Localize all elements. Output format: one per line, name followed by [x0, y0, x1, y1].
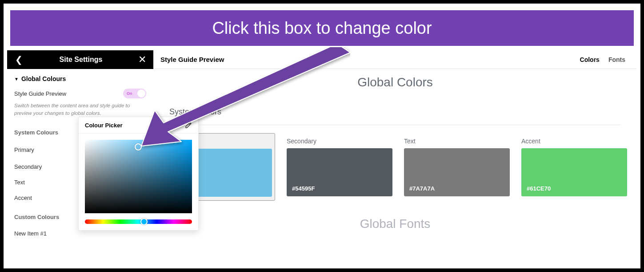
swatch-label-accent: Accent	[521, 133, 627, 148]
eyedropper-icon[interactable]	[185, 122, 192, 129]
divider	[169, 125, 621, 125]
system-colors-heading: System Colors	[169, 107, 637, 117]
hue-slider[interactable]	[85, 219, 192, 224]
swatch-block-text: #7A7A7A	[404, 148, 510, 196]
toggle-state-label: On	[127, 91, 132, 96]
primary-label: Primary	[14, 146, 34, 153]
swatch-card-accent[interactable]: Accent #61CE70	[521, 133, 627, 201]
picker-title: Colour Picker	[85, 122, 123, 129]
swatch-hex-secondary: #54595F	[292, 185, 315, 192]
swatch-card-text[interactable]: Text #7A7A7A	[404, 133, 510, 201]
undo-icon[interactable]	[160, 122, 167, 129]
global-colours-section[interactable]: ▼ Global Colours	[14, 75, 146, 82]
tab-fonts[interactable]: Fonts	[604, 56, 630, 63]
preview-hint: Switch between the content area and styl…	[14, 102, 139, 118]
swatch-block-secondary: #54595F	[287, 148, 392, 196]
section-label: Global Colours	[21, 75, 66, 82]
global-fonts-heading: Global Fonts	[153, 217, 637, 231]
swatch-hex-accent: #61CE70	[527, 185, 551, 192]
sidebar-title: Site Settings	[25, 56, 136, 64]
trash-icon[interactable]	[172, 122, 180, 129]
swatch-label-text: Text	[404, 133, 510, 148]
preview-toggle-label: Style Guide Preview	[14, 90, 66, 97]
back-icon[interactable]: ❮	[12, 54, 25, 65]
swatch-block-accent: #61CE70	[521, 148, 627, 196]
style-guide-preview: Style Guide Preview Colors Fonts Global …	[153, 50, 637, 265]
sidebar-header: ❮ Site Settings ✕	[7, 50, 153, 69]
toggle-knob	[137, 89, 145, 97]
tab-colors[interactable]: Colors	[576, 56, 604, 63]
accent-label: Accent	[14, 195, 32, 201]
swatch-card-secondary[interactable]: Secondary #54595F	[287, 133, 392, 201]
banner-text: Click this box to change color	[212, 19, 432, 38]
global-colors-heading: Global Colors	[153, 75, 637, 89]
secondary-label: Secondary	[14, 163, 42, 170]
close-icon[interactable]: ✕	[136, 54, 148, 65]
instruction-banner: Click this box to change color	[9, 9, 635, 47]
preview-title: Style Guide Preview	[160, 56, 576, 63]
colour-picker-popup: Colour Picker	[78, 117, 199, 231]
swatch-hex-text: #7A7A7A	[409, 185, 435, 192]
swatch-label-secondary: Secondary	[287, 133, 392, 148]
hue-thumb[interactable]	[140, 218, 148, 225]
text-label: Text	[14, 179, 25, 186]
picker-cursor[interactable]	[135, 143, 142, 150]
preview-toggle[interactable]: On	[123, 89, 146, 98]
saturation-canvas[interactable]	[85, 140, 192, 213]
custom-item-label: New Item #1	[14, 230, 47, 237]
caret-down-icon: ▼	[14, 77, 19, 81]
